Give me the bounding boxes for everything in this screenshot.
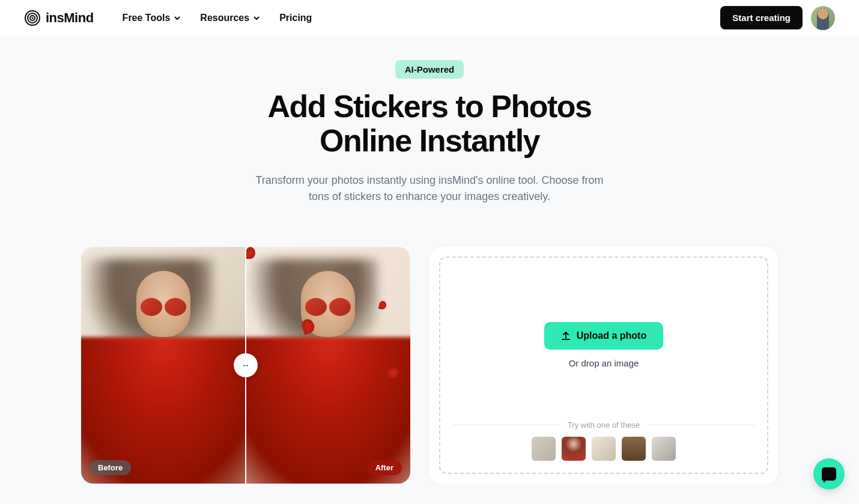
header-right: Start creating bbox=[720, 6, 835, 30]
dropzone[interactable]: Upload a photo Or drop an image Try with… bbox=[439, 257, 768, 474]
upload-panel: Upload a photo Or drop an image Try with… bbox=[430, 247, 778, 484]
main-nav: Free Tools Resources Pricing bbox=[123, 13, 312, 23]
nav-resources[interactable]: Resources bbox=[200, 13, 260, 23]
header: insMind Free Tools Resources Pricing Sta… bbox=[0, 0, 859, 36]
comparison-slider-handle[interactable]: ↔ bbox=[234, 353, 258, 377]
content-row: ↔ Before After Upload a photo Or drop an… bbox=[69, 247, 790, 484]
sample-thumb-5[interactable] bbox=[652, 437, 676, 461]
chevron-down-icon bbox=[174, 14, 181, 22]
slider-arrows-icon: ↔ bbox=[241, 360, 250, 370]
sample-thumb-1[interactable] bbox=[532, 437, 556, 461]
samples-divider: Try with one of these bbox=[452, 421, 755, 430]
samples-label: Try with one of these bbox=[568, 421, 640, 430]
brand-name: insMind bbox=[46, 10, 94, 26]
chat-widget[interactable] bbox=[813, 458, 845, 484]
nav-free-tools-label: Free Tools bbox=[123, 13, 171, 23]
title-line-2: Online Instantly bbox=[320, 123, 539, 158]
logo[interactable]: insMind bbox=[24, 10, 94, 26]
after-side bbox=[246, 247, 410, 484]
drop-text: Or drop an image bbox=[569, 358, 639, 368]
samples-row bbox=[452, 437, 755, 461]
upload-button[interactable]: Upload a photo bbox=[544, 322, 663, 350]
dropzone-main: Upload a photo Or drop an image bbox=[452, 270, 755, 421]
logo-icon bbox=[24, 10, 41, 26]
upload-button-label: Upload a photo bbox=[577, 330, 646, 341]
comparison-widget[interactable]: ↔ Before After bbox=[81, 247, 410, 484]
page-title: Add Stickers to Photos Online Instantly bbox=[12, 90, 847, 158]
sample-thumb-3[interactable] bbox=[592, 437, 616, 461]
chevron-down-icon bbox=[253, 14, 260, 22]
sample-thumb-2[interactable] bbox=[562, 437, 586, 461]
upload-icon bbox=[561, 331, 571, 341]
nav-pricing-label: Pricing bbox=[279, 13, 312, 23]
before-label: Before bbox=[90, 460, 131, 475]
avatar[interactable] bbox=[811, 6, 835, 30]
start-creating-button[interactable]: Start creating bbox=[720, 6, 803, 29]
ai-powered-badge: AI-Powered bbox=[395, 60, 464, 79]
chat-icon bbox=[822, 467, 836, 481]
after-label: After bbox=[367, 460, 402, 475]
sample-thumb-4[interactable] bbox=[622, 437, 646, 461]
samples-section: Try with one of these bbox=[452, 421, 755, 461]
title-line-1: Add Stickers to Photos bbox=[267, 89, 591, 124]
before-side bbox=[81, 247, 246, 484]
nav-pricing[interactable]: Pricing bbox=[279, 13, 312, 23]
nav-resources-label: Resources bbox=[200, 13, 249, 23]
page-subtitle: Transform your photos instantly using in… bbox=[255, 172, 604, 205]
hero-section: AI-Powered Add Stickers to Photos Online… bbox=[0, 36, 859, 223]
nav-free-tools[interactable]: Free Tools bbox=[123, 13, 181, 23]
svg-point-3 bbox=[32, 17, 34, 19]
